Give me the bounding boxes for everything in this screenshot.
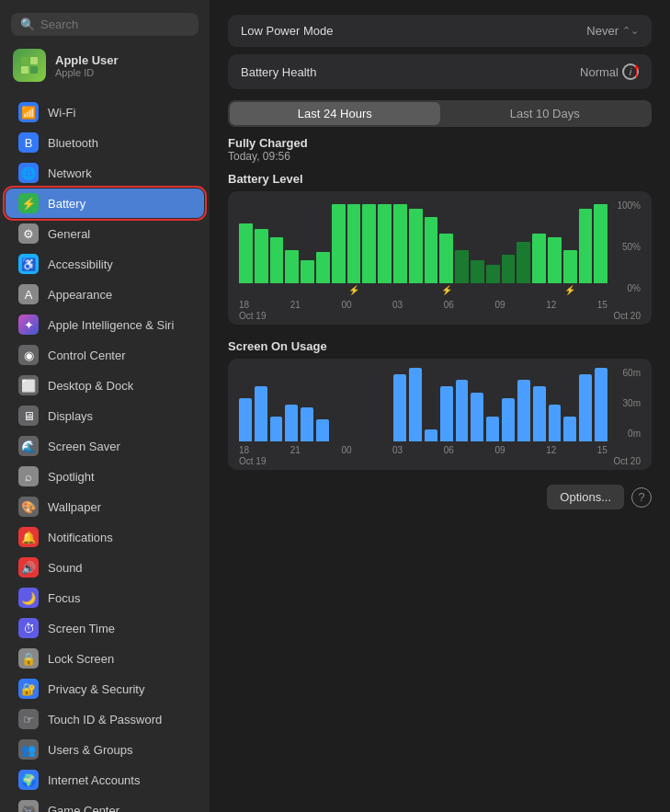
charge-timestamp: Today, 09:56 bbox=[228, 150, 652, 163]
sidebar-item-appearance[interactable]: AAppearance bbox=[6, 280, 204, 309]
search-input[interactable] bbox=[40, 17, 189, 31]
usage-bar-0 bbox=[239, 398, 252, 441]
battery-bar-23 bbox=[594, 204, 608, 283]
y-label-100: 100% bbox=[608, 200, 641, 211]
wallpaper-icon: 🎨 bbox=[18, 497, 39, 517]
sidebar-item-control[interactable]: ◉Control Center bbox=[6, 340, 204, 370]
charging-cell-7: ⚡ bbox=[347, 285, 361, 295]
usage-date-oct20: Oct 20 bbox=[614, 456, 641, 466]
network-icon: 🌐 bbox=[18, 163, 39, 183]
sidebar-item-internet[interactable]: 🌍Internet Accounts bbox=[6, 765, 204, 795]
usage-bar-7 bbox=[347, 440, 360, 441]
battery-bar-6 bbox=[332, 204, 346, 283]
sidebar-item-bluetooth[interactable]: BBluetooth bbox=[6, 128, 204, 157]
sidebar-label-users: Users & Groups bbox=[48, 743, 132, 757]
options-button[interactable]: Options... bbox=[547, 485, 624, 509]
battery-bar-17 bbox=[502, 255, 516, 283]
battery-bar-5 bbox=[316, 252, 330, 283]
battery-x-label-2: 00 bbox=[341, 300, 351, 310]
usage-bar-18 bbox=[517, 380, 530, 441]
usage-bar-10 bbox=[393, 374, 406, 441]
sidebar-item-wallpaper[interactable]: 🎨Wallpaper bbox=[6, 492, 204, 521]
sidebar-item-sound[interactable]: 🔊Sound bbox=[6, 553, 204, 582]
sound-icon: 🔊 bbox=[18, 557, 39, 578]
usage-bar-6 bbox=[332, 440, 345, 441]
usage-x-label-3: 03 bbox=[392, 445, 403, 455]
low-power-mode-row[interactable]: Low Power Mode Never ⌃⌄ bbox=[228, 15, 652, 47]
sidebar-item-screentime[interactable]: ⏱Screen Time bbox=[6, 613, 204, 643]
low-power-mode-label: Low Power Mode bbox=[241, 24, 333, 38]
tab-24h[interactable]: Last 24 Hours bbox=[230, 102, 440, 125]
battery-health-value-area: Normal bbox=[580, 63, 639, 80]
y-usage-30: 30m bbox=[608, 398, 641, 408]
sidebar-item-screensaver[interactable]: 🌊Screen Saver bbox=[6, 431, 204, 461]
sidebar-item-network[interactable]: 🌐Network bbox=[6, 158, 204, 188]
charging-cell-13: ⚡ bbox=[439, 285, 453, 295]
sidebar-item-wifi[interactable]: 📶Wi-Fi bbox=[6, 97, 204, 127]
sidebar-label-accessibility: Accessibility bbox=[48, 257, 113, 271]
usage-x-label-5: 09 bbox=[494, 445, 505, 455]
focus-icon: 🌙 bbox=[18, 588, 39, 608]
battery-bar-21 bbox=[563, 250, 577, 283]
search-bar[interactable]: 🔍 bbox=[11, 13, 199, 36]
sidebar-label-lockscreen: Lock Screen bbox=[48, 652, 114, 666]
usage-x-label-4: 06 bbox=[444, 445, 454, 455]
sidebar-item-accessibility[interactable]: ♿Accessibility bbox=[6, 249, 204, 279]
battery-chart-area: ⚡⚡⚡ 1821000306091215 bbox=[239, 200, 608, 310]
sidebar-item-privacy[interactable]: 🔐Privacy & Security bbox=[6, 674, 204, 703]
usage-bar-21 bbox=[563, 417, 576, 441]
usage-x-label-2: 00 bbox=[341, 445, 351, 455]
battery-bar-7 bbox=[347, 204, 361, 283]
sidebar-label-siri: Apple Intelligence & Siri bbox=[48, 318, 174, 332]
sidebar-item-displays[interactable]: 🖥Displays bbox=[6, 401, 204, 430]
sidebar-item-general[interactable]: ⚙General bbox=[6, 219, 204, 248]
svg-rect-0 bbox=[21, 57, 28, 64]
usage-chart-area: 1821000306091215 bbox=[239, 368, 608, 455]
info-circle-icon[interactable] bbox=[622, 63, 639, 80]
battery-health-row[interactable]: Battery Health Normal bbox=[228, 54, 652, 89]
time-range-tabs: Last 24 Hours Last 10 Days bbox=[228, 100, 652, 127]
battery-x-label-4: 06 bbox=[444, 300, 454, 310]
usage-bar-11 bbox=[409, 368, 422, 441]
battery-x-axis: 1821000306091215 bbox=[239, 300, 608, 310]
battery-bar-15 bbox=[471, 260, 484, 283]
screen-usage-chart-wrapper: 1821000306091215 60m 30m 0m Oct 19Oct 20 bbox=[228, 359, 652, 470]
battery-bar-9 bbox=[378, 204, 392, 283]
sidebar-item-gamecenter[interactable]: 🎮Game Center bbox=[6, 795, 204, 812]
sidebar-label-appearance: Appearance bbox=[48, 288, 112, 302]
battery-bar-12 bbox=[425, 217, 438, 283]
help-button[interactable]: ? bbox=[631, 487, 652, 508]
siri-icon: ✦ bbox=[18, 315, 39, 335]
sidebar-item-touchid[interactable]: ☞Touch ID & Password bbox=[6, 704, 204, 734]
tab-10d[interactable]: Last 10 Days bbox=[440, 102, 651, 125]
date-oct19: Oct 19 bbox=[239, 311, 266, 321]
battery-bar-10 bbox=[393, 204, 407, 283]
sidebar: 🔍 Apple User Apple ID 📶Wi-FiBBluetooth🌐N… bbox=[0, 0, 210, 812]
y-usage-60: 60m bbox=[608, 368, 641, 378]
sidebar-item-users[interactable]: 👥Users & Groups bbox=[6, 735, 204, 764]
sidebar-label-notifications: Notifications bbox=[48, 531, 113, 544]
usage-bars bbox=[239, 368, 608, 441]
sidebar-item-spotlight[interactable]: ⌕Spotlight bbox=[6, 462, 204, 491]
battery-bar-4 bbox=[301, 260, 314, 283]
sidebar-label-displays: Displays bbox=[48, 409, 93, 423]
spotlight-icon: ⌕ bbox=[18, 466, 39, 486]
sidebar-item-siri[interactable]: ✦Apple Intelligence & Siri bbox=[6, 310, 204, 339]
sidebar-label-touchid: Touch ID & Password bbox=[48, 713, 162, 726]
battery-bar-19 bbox=[532, 234, 546, 283]
user-apple-id: Apple ID bbox=[55, 67, 119, 78]
sidebar-item-notifications[interactable]: 🔔Notifications bbox=[6, 522, 204, 552]
sidebar-label-wifi: Wi-Fi bbox=[48, 106, 75, 120]
battery-bar-13 bbox=[439, 234, 453, 283]
usage-bar-15 bbox=[471, 393, 483, 441]
usage-x-axis: 1821000306091215 bbox=[239, 445, 608, 455]
sidebar-item-focus[interactable]: 🌙Focus bbox=[6, 583, 204, 612]
sidebar-item-battery[interactable]: ⚡Battery bbox=[6, 189, 204, 218]
sidebar-item-desktop[interactable]: ⬜Desktop & Dock bbox=[6, 371, 204, 400]
user-profile-row[interactable]: Apple User Apple ID bbox=[0, 45, 210, 89]
usage-bar-22 bbox=[579, 374, 592, 441]
sidebar-item-lockscreen[interactable]: 🔒Lock Screen bbox=[6, 644, 204, 673]
general-icon: ⚙ bbox=[18, 223, 39, 244]
battery-bar-16 bbox=[486, 265, 500, 283]
sidebar-label-bluetooth: Bluetooth bbox=[48, 136, 98, 150]
